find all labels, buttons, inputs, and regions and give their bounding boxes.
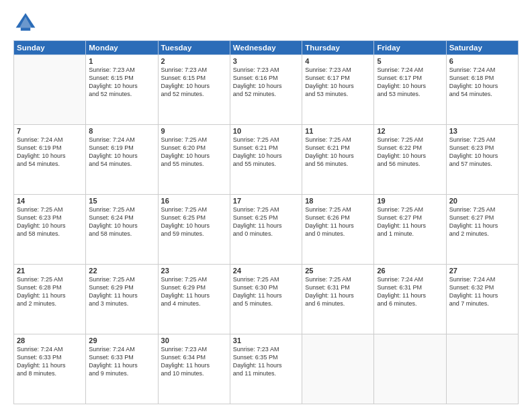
calendar-table: SundayMondayTuesdayWednesdayThursdayFrid… <box>13 40 519 404</box>
day-number: 28 <box>17 336 83 345</box>
day-number: 19 <box>377 197 443 205</box>
calendar-cell: 13Sunrise: 7:25 AM Sunset: 6:23 PM Dayli… <box>446 125 518 195</box>
calendar-cell: 7Sunrise: 7:24 AM Sunset: 6:19 PM Daylig… <box>14 125 86 195</box>
calendar-cell: 30Sunrise: 7:23 AM Sunset: 6:34 PM Dayli… <box>158 334 230 404</box>
calendar-cell: 29Sunrise: 7:24 AM Sunset: 6:33 PM Dayli… <box>86 334 158 404</box>
calendar-week-2: 7Sunrise: 7:24 AM Sunset: 6:19 PM Daylig… <box>14 125 519 195</box>
calendar-cell: 23Sunrise: 7:25 AM Sunset: 6:29 PM Dayli… <box>158 265 230 334</box>
calendar-cell: 31Sunrise: 7:23 AM Sunset: 6:35 PM Dayli… <box>230 334 302 404</box>
day-info: Sunrise: 7:25 AM Sunset: 6:30 PM Dayligh… <box>233 275 299 308</box>
page: SundayMondayTuesdayWednesdayThursdayFrid… <box>0 0 532 411</box>
day-info: Sunrise: 7:23 AM Sunset: 6:35 PM Dayligh… <box>233 345 299 378</box>
day-number: 23 <box>161 267 227 275</box>
day-info: Sunrise: 7:25 AM Sunset: 6:23 PM Dayligh… <box>17 205 83 238</box>
calendar-week-1: 1Sunrise: 7:23 AM Sunset: 6:15 PM Daylig… <box>14 55 519 125</box>
calendar-cell: 10Sunrise: 7:25 AM Sunset: 6:21 PM Dayli… <box>230 125 302 195</box>
day-info: Sunrise: 7:25 AM Sunset: 6:29 PM Dayligh… <box>161 275 227 308</box>
day-info: Sunrise: 7:23 AM Sunset: 6:15 PM Dayligh… <box>89 66 154 99</box>
day-number: 2 <box>161 57 227 65</box>
day-info: Sunrise: 7:24 AM Sunset: 6:33 PM Dayligh… <box>89 345 154 378</box>
calendar-cell <box>14 55 86 125</box>
weekday-header-saturday: Saturday <box>446 41 518 55</box>
day-number: 14 <box>17 197 83 205</box>
calendar-cell: 8Sunrise: 7:24 AM Sunset: 6:19 PM Daylig… <box>86 125 158 195</box>
logo-icon <box>13 11 38 35</box>
day-info: Sunrise: 7:24 AM Sunset: 6:18 PM Dayligh… <box>449 66 515 99</box>
calendar-cell: 9Sunrise: 7:25 AM Sunset: 6:20 PM Daylig… <box>158 125 230 195</box>
day-number: 8 <box>89 127 154 135</box>
day-info: Sunrise: 7:24 AM Sunset: 6:32 PM Dayligh… <box>449 275 515 308</box>
day-info: Sunrise: 7:23 AM Sunset: 6:17 PM Dayligh… <box>305 66 371 99</box>
weekday-header-tuesday: Tuesday <box>158 41 230 55</box>
day-number: 12 <box>377 127 443 135</box>
day-info: Sunrise: 7:25 AM Sunset: 6:28 PM Dayligh… <box>17 275 83 308</box>
calendar-cell: 27Sunrise: 7:24 AM Sunset: 6:32 PM Dayli… <box>446 265 518 334</box>
calendar-cell: 16Sunrise: 7:25 AM Sunset: 6:25 PM Dayli… <box>158 195 230 265</box>
day-number: 21 <box>17 267 83 275</box>
day-info: Sunrise: 7:24 AM Sunset: 6:17 PM Dayligh… <box>377 66 443 99</box>
calendar-cell: 3Sunrise: 7:23 AM Sunset: 6:16 PM Daylig… <box>230 55 302 125</box>
day-number: 18 <box>305 197 371 205</box>
day-number: 1 <box>89 57 154 65</box>
day-info: Sunrise: 7:25 AM Sunset: 6:27 PM Dayligh… <box>449 205 515 238</box>
calendar-cell: 5Sunrise: 7:24 AM Sunset: 6:17 PM Daylig… <box>374 55 446 125</box>
day-info: Sunrise: 7:24 AM Sunset: 6:19 PM Dayligh… <box>17 136 83 169</box>
weekday-header-wednesday: Wednesday <box>230 41 302 55</box>
calendar-week-3: 14Sunrise: 7:25 AM Sunset: 6:23 PM Dayli… <box>14 195 519 265</box>
calendar-cell: 15Sunrise: 7:25 AM Sunset: 6:24 PM Dayli… <box>86 195 158 265</box>
calendar-cell: 2Sunrise: 7:23 AM Sunset: 6:15 PM Daylig… <box>158 55 230 125</box>
day-number: 5 <box>377 57 443 65</box>
day-number: 27 <box>449 267 515 275</box>
calendar-week-4: 21Sunrise: 7:25 AM Sunset: 6:28 PM Dayli… <box>14 265 519 334</box>
weekday-header-row: SundayMondayTuesdayWednesdayThursdayFrid… <box>14 41 519 55</box>
calendar-cell: 28Sunrise: 7:24 AM Sunset: 6:33 PM Dayli… <box>14 334 86 404</box>
calendar-cell: 11Sunrise: 7:25 AM Sunset: 6:21 PM Dayli… <box>302 125 374 195</box>
day-info: Sunrise: 7:24 AM Sunset: 6:31 PM Dayligh… <box>377 275 443 308</box>
calendar-week-5: 28Sunrise: 7:24 AM Sunset: 6:33 PM Dayli… <box>14 334 519 404</box>
calendar-cell: 1Sunrise: 7:23 AM Sunset: 6:15 PM Daylig… <box>86 55 158 125</box>
calendar-cell: 19Sunrise: 7:25 AM Sunset: 6:27 PM Dayli… <box>374 195 446 265</box>
day-number: 22 <box>89 267 154 275</box>
day-info: Sunrise: 7:25 AM Sunset: 6:25 PM Dayligh… <box>161 205 227 238</box>
day-info: Sunrise: 7:23 AM Sunset: 6:16 PM Dayligh… <box>233 66 299 99</box>
calendar-cell: 25Sunrise: 7:25 AM Sunset: 6:31 PM Dayli… <box>302 265 374 334</box>
day-number: 13 <box>449 127 515 135</box>
calendar-cell: 17Sunrise: 7:25 AM Sunset: 6:25 PM Dayli… <box>230 195 302 265</box>
day-info: Sunrise: 7:25 AM Sunset: 6:25 PM Dayligh… <box>233 205 299 238</box>
day-info: Sunrise: 7:25 AM Sunset: 6:20 PM Dayligh… <box>161 136 227 169</box>
day-info: Sunrise: 7:25 AM Sunset: 6:24 PM Dayligh… <box>89 205 154 238</box>
day-info: Sunrise: 7:23 AM Sunset: 6:15 PM Dayligh… <box>161 66 227 99</box>
day-number: 26 <box>377 267 443 275</box>
day-number: 10 <box>233 127 299 135</box>
day-info: Sunrise: 7:23 AM Sunset: 6:34 PM Dayligh… <box>161 345 227 378</box>
day-number: 16 <box>161 197 227 205</box>
calendar-header: SundayMondayTuesdayWednesdayThursdayFrid… <box>14 41 519 55</box>
calendar-cell: 4Sunrise: 7:23 AM Sunset: 6:17 PM Daylig… <box>302 55 374 125</box>
day-number: 20 <box>449 197 515 205</box>
calendar-cell: 21Sunrise: 7:25 AM Sunset: 6:28 PM Dayli… <box>14 265 86 334</box>
day-number: 9 <box>161 127 227 135</box>
day-info: Sunrise: 7:25 AM Sunset: 6:29 PM Dayligh… <box>89 275 154 308</box>
day-number: 6 <box>449 57 515 65</box>
day-number: 29 <box>89 336 154 345</box>
calendar-cell: 20Sunrise: 7:25 AM Sunset: 6:27 PM Dayli… <box>446 195 518 265</box>
svg-rect-2 <box>21 28 30 31</box>
calendar-cell <box>446 334 518 404</box>
calendar-cell: 24Sunrise: 7:25 AM Sunset: 6:30 PM Dayli… <box>230 265 302 334</box>
day-info: Sunrise: 7:25 AM Sunset: 6:26 PM Dayligh… <box>305 205 371 238</box>
calendar-cell: 18Sunrise: 7:25 AM Sunset: 6:26 PM Dayli… <box>302 195 374 265</box>
day-number: 7 <box>17 127 83 135</box>
calendar-body: 1Sunrise: 7:23 AM Sunset: 6:15 PM Daylig… <box>14 55 519 404</box>
day-info: Sunrise: 7:24 AM Sunset: 6:33 PM Dayligh… <box>17 345 83 378</box>
weekday-header-sunday: Sunday <box>14 41 86 55</box>
day-number: 3 <box>233 57 299 65</box>
day-info: Sunrise: 7:25 AM Sunset: 6:21 PM Dayligh… <box>233 136 299 169</box>
calendar-cell: 22Sunrise: 7:25 AM Sunset: 6:29 PM Dayli… <box>86 265 158 334</box>
day-number: 30 <box>161 336 227 345</box>
calendar-cell <box>302 334 374 404</box>
day-number: 17 <box>233 197 299 205</box>
weekday-header-friday: Friday <box>374 41 446 55</box>
day-number: 25 <box>305 267 371 275</box>
day-info: Sunrise: 7:25 AM Sunset: 6:21 PM Dayligh… <box>305 136 371 169</box>
day-number: 31 <box>233 336 299 345</box>
